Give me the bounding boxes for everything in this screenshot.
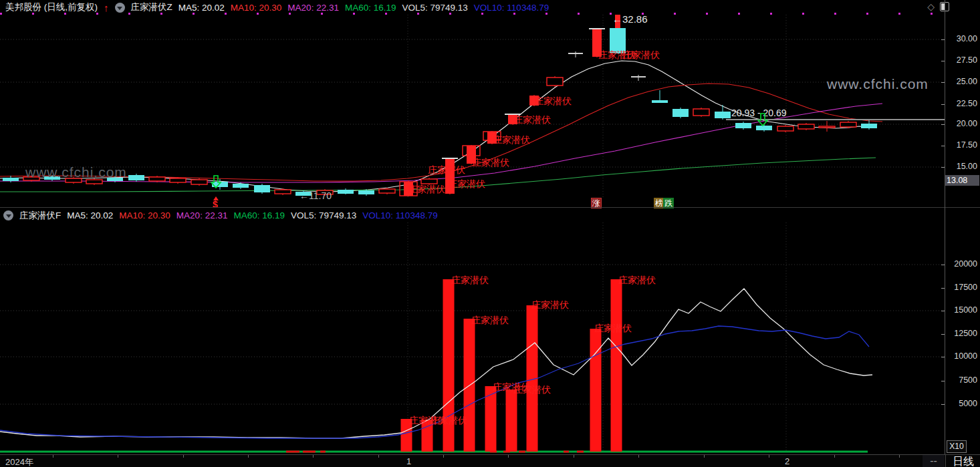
candle-down xyxy=(3,178,19,181)
candle-up xyxy=(840,122,856,127)
low-annotation: ←11.70 xyxy=(299,190,332,201)
candle-down xyxy=(861,124,877,128)
signal-label: 庄家潜伏 xyxy=(594,323,632,333)
signal-label: 庄家潜伏 xyxy=(472,157,509,168)
ma20-value: MA20: 22.31 xyxy=(176,210,228,220)
date-tick xyxy=(53,455,53,458)
date-tick xyxy=(378,455,379,458)
period-selector[interactable]: 日线 xyxy=(945,455,980,467)
collapse-panel-button[interactable] xyxy=(115,3,125,13)
signal-label: 庄家潜伏 xyxy=(430,415,467,426)
header-tools: ◇ xyxy=(927,2,949,11)
axis-tick-label: 20.00 xyxy=(945,119,977,128)
axis-tick-label: 10000 xyxy=(945,351,977,361)
date-tick xyxy=(118,455,118,458)
scroll-dashes[interactable]: -- xyxy=(923,455,945,467)
axis-tick-label: 15000 xyxy=(945,305,977,315)
collapse-panel-button[interactable] xyxy=(3,210,13,220)
month-label-jan: 1 xyxy=(406,456,411,466)
stock-title: 美邦股份 (日线,前复权) xyxy=(5,1,98,13)
vol10-value: VOL10: 110348.79 xyxy=(474,3,549,13)
indicator-name: 庄家潜伏Z xyxy=(131,1,172,13)
axis-multiplier: X10 xyxy=(947,440,967,453)
candle-down xyxy=(735,123,751,128)
signal-label: 庄家潜伏 xyxy=(471,315,509,325)
indicator-bar-chart[interactable]: 庄家潜伏庄家潜伏庄家潜伏庄家潜伏庄家潜伏庄家潜伏庄家潜伏庄家潜伏庄家潜伏 xyxy=(0,222,945,454)
signal-label: 庄家潜伏 xyxy=(513,114,551,125)
signal-volume-bar xyxy=(611,279,622,452)
candle-down xyxy=(358,190,374,194)
signal-label: 庄家潜伏 xyxy=(448,178,485,189)
candle-down xyxy=(672,109,689,117)
signal-label: 庄家潜伏 xyxy=(428,164,465,175)
ma60-value: MA60: 16.19 xyxy=(345,3,396,13)
candle-down xyxy=(254,185,270,192)
signal-label: 庄家潜伏 xyxy=(531,299,569,310)
axis-tick-label: 20000 xyxy=(945,259,977,269)
up-arrow-icon: ↑ xyxy=(104,3,109,13)
date-tick xyxy=(834,455,835,458)
year-label: 2024年 xyxy=(5,456,33,467)
axis-tick-label: 7500 xyxy=(945,375,977,385)
axis-divider xyxy=(945,0,945,454)
axis-tick-label: 17500 xyxy=(945,283,977,292)
vol5-value: VOL5: 79749.13 xyxy=(291,210,356,220)
date-tick xyxy=(704,455,705,458)
watermark: www.cfchi.com xyxy=(827,76,929,92)
candle-up xyxy=(819,126,835,128)
signal-label: 庄家潜伏 xyxy=(622,49,660,60)
date-tick xyxy=(183,455,184,458)
signal-volume-bar xyxy=(506,390,517,452)
candle-up xyxy=(170,178,186,182)
date-tick xyxy=(899,455,900,458)
axis-tick xyxy=(941,104,945,105)
axis-tick xyxy=(941,334,945,335)
indicator-panel-header: 庄家潜伏F MA5: 20.02 MA10: 20.30 MA20: 22.31… xyxy=(0,208,947,222)
axis-tick-label: 15.00 xyxy=(945,162,977,171)
axis-tick-label: 12500 xyxy=(945,329,977,338)
date-tick xyxy=(769,455,769,458)
axis-tick xyxy=(941,146,945,146)
candle-up xyxy=(149,177,165,181)
high-annotation: ←32.86 xyxy=(612,15,648,25)
candle-down xyxy=(715,112,731,118)
candle-down xyxy=(338,190,354,194)
ma5-value: MA5: 20.02 xyxy=(178,3,225,13)
signal-label: 庄家潜伏 xyxy=(451,275,489,285)
ma10-value: MA10: 20.30 xyxy=(119,210,170,220)
watermark: www.cfchi.com xyxy=(25,164,127,180)
diamond-tool-icon[interactable]: ◇ xyxy=(927,2,935,11)
axis-tick xyxy=(941,357,945,357)
candle-up xyxy=(777,126,793,131)
signal-label: 庄家潜伏 xyxy=(513,384,551,395)
axis-tick-label: 5000 xyxy=(945,399,977,408)
signal-label: 庄家潜伏 xyxy=(408,184,445,194)
main-candlestick-chart[interactable]: 庄家潜伏庄家潜伏庄家潜伏庄家潜伏庄家潜伏庄家潜伏庄家潜伏庄家潜伏庄家潜伏←32.… xyxy=(0,15,945,208)
candle-down xyxy=(128,175,144,180)
axis-tick xyxy=(941,124,945,125)
candle-down xyxy=(756,126,772,130)
signal-label: 庄家潜伏 xyxy=(618,275,656,285)
vol10-value: VOL10: 110348.79 xyxy=(362,210,437,220)
axis-tick xyxy=(941,82,945,83)
candle-up xyxy=(693,109,709,116)
vol5-value: VOL5: 79749.13 xyxy=(402,3,467,13)
chevron-down-icon xyxy=(117,7,122,10)
candle-down xyxy=(652,100,668,103)
ma20-value: MA20: 22.31 xyxy=(287,3,339,13)
month-label-feb: 2 xyxy=(785,456,789,466)
price-range-annotation: 20.93 - 20.69 xyxy=(731,108,787,118)
candle-up xyxy=(798,124,814,129)
date-tick xyxy=(638,455,639,458)
signal-volume-bar xyxy=(590,329,602,452)
trading-app-window: { "window_title": "美邦股份 (日线,前复权)", "head… xyxy=(0,0,980,467)
ma5-value: MA5: 20.02 xyxy=(67,210,113,220)
candle-up xyxy=(275,190,291,194)
axis-tick xyxy=(941,404,945,405)
date-axis-bar[interactable] xyxy=(0,454,980,467)
axis-tick xyxy=(941,265,945,265)
date-tick xyxy=(574,455,574,458)
axis-tick xyxy=(941,39,945,40)
indicator-name: 庄家潜伏F xyxy=(19,210,61,222)
candle-up xyxy=(379,189,395,193)
